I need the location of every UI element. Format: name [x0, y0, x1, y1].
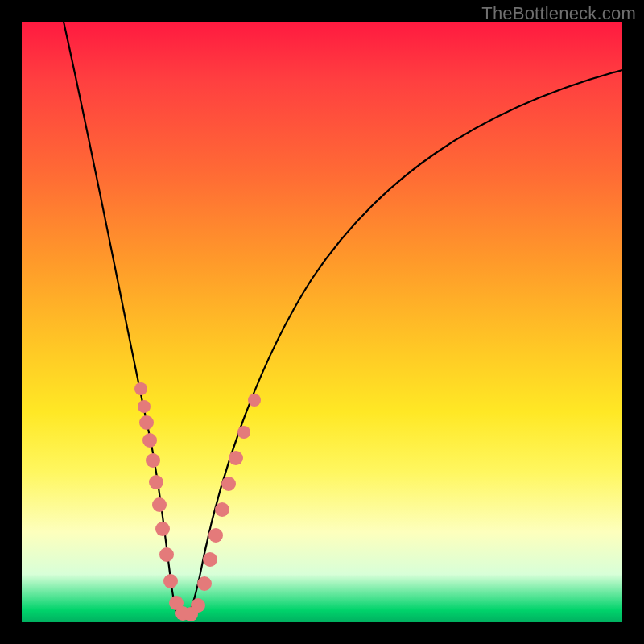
data-point	[203, 552, 217, 567]
data-point	[248, 394, 261, 407]
data-point	[215, 502, 229, 517]
chart-plot-area	[22, 22, 622, 622]
data-point	[138, 400, 151, 413]
chart-svg	[22, 22, 622, 622]
data-point	[142, 433, 157, 448]
data-point	[208, 528, 223, 543]
data-point	[191, 598, 205, 613]
data-point	[229, 451, 243, 465]
watermark-text: TheBottleneck.com	[481, 3, 636, 24]
data-point	[146, 453, 160, 468]
data-point	[152, 497, 167, 512]
data-point	[149, 475, 163, 489]
data-point	[139, 415, 154, 430]
bottleneck-curve	[64, 22, 622, 619]
data-point	[163, 574, 178, 588]
data-point	[155, 522, 170, 536]
data-point	[197, 576, 212, 591]
data-point	[134, 382, 147, 395]
data-point	[237, 426, 250, 439]
data-point	[159, 547, 174, 562]
data-point	[221, 477, 236, 491]
